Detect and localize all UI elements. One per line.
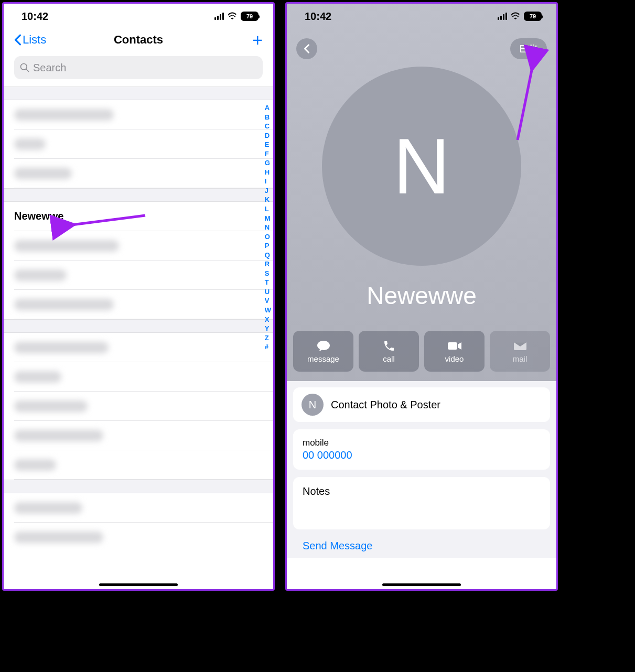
search-placeholder: Search [33,62,66,74]
battery-icon: 79 [524,12,542,21]
list-item[interactable] [14,261,273,290]
battery-icon: 79 [241,12,259,21]
notes-row[interactable]: Notes [293,477,550,529]
phone-number-row[interactable]: mobile 00 000000 [293,429,550,470]
section-header [4,480,273,493]
list-item[interactable] [14,392,273,421]
status-right: 79 [214,10,259,23]
contacts-list-screen: 10:42 79 Lists Contacts + Search Newewwe [2,2,275,591]
status-right: 79 [498,10,542,23]
list-item[interactable] [14,100,273,129]
nav-bar: Lists Contacts + [4,29,273,53]
list-item[interactable] [14,231,273,261]
photo-row-label: Contact Photo & Poster [331,399,440,411]
video-icon [447,340,462,352]
message-button[interactable]: message [293,331,353,372]
back-label: Lists [23,33,46,47]
contact-photo-poster-row[interactable]: N Contact Photo & Poster [293,387,550,422]
list-item[interactable] [14,523,273,552]
phone-icon [382,340,396,352]
action-row: message call video mail [293,331,550,372]
home-indicator[interactable] [99,583,178,586]
list-item[interactable] [14,493,273,523]
contact-name: Newewwe [287,281,556,310]
cellular-icon [498,13,508,20]
wifi-icon [510,10,521,23]
alphabet-index[interactable]: ABCDEFGHIJKLMNOPQRSTUVWXYZ# [265,103,271,352]
status-time: 10:42 [21,10,48,23]
svg-line-1 [26,69,29,72]
mail-button: mail [490,331,550,372]
list-item[interactable] [14,362,273,392]
list-item[interactable] [14,421,273,450]
send-message-link[interactable]: Send Message [293,537,550,552]
contact-avatar[interactable]: N [322,67,521,266]
list-item[interactable] [14,290,273,319]
cellular-icon [214,13,224,20]
section-header [4,319,273,333]
status-bar: 10:42 79 [4,4,273,29]
add-contact-button[interactable]: + [252,31,263,49]
contact-detail-screen: 10:42 79 Edit N Newewwe message call [285,2,558,591]
contact-name-label: Newewwe [14,210,63,222]
contact-details-list: N Contact Photo & Poster mobile 00 00000… [287,381,556,558]
message-icon [316,340,331,352]
search-input[interactable]: Search [14,56,263,79]
contact-header-area: 10:42 79 Edit N Newewwe message call [287,4,556,381]
search-icon [19,62,30,73]
home-indicator[interactable] [382,583,461,586]
section-header [4,86,273,100]
mini-avatar-icon: N [302,394,324,416]
contact-row-newewwe[interactable]: Newewwe [14,202,273,231]
wifi-icon [227,10,238,23]
phone-label: mobile [303,438,541,448]
notes-label: Notes [303,485,541,497]
phone-value[interactable]: 00 000000 [303,449,541,461]
status-time: 10:42 [305,10,331,23]
video-button[interactable]: video [424,331,485,372]
list-item[interactable] [14,129,273,159]
list-item[interactable] [14,333,273,362]
svg-rect-3 [448,342,457,350]
call-button[interactable]: call [359,331,419,372]
mail-icon [513,340,528,352]
back-button[interactable] [296,38,317,59]
list-item[interactable] [14,450,273,480]
contacts-list[interactable]: Newewwe [4,86,273,552]
edit-button[interactable]: Edit [510,38,547,59]
list-item[interactable] [14,159,273,188]
status-bar: 10:42 79 [287,4,556,29]
back-lists-button[interactable]: Lists [14,33,46,47]
section-header [4,188,273,202]
